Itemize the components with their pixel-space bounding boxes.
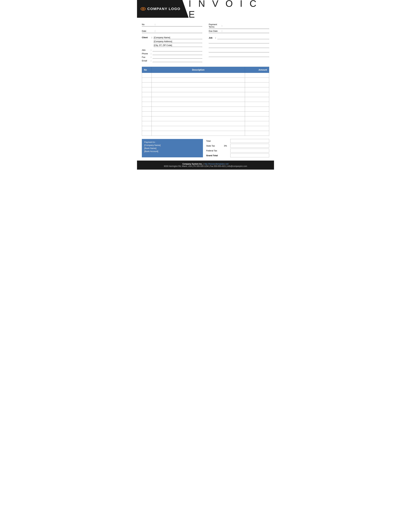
- row-amount[interactable]: [245, 97, 269, 102]
- state-tax-label: State Tax: [206, 145, 222, 147]
- totals-block: Total State Tax 3% Federal Tax Grand Tot…: [206, 139, 269, 157]
- logo-text: COMPANY LOGO: [140, 6, 180, 12]
- row-no[interactable]: [142, 87, 152, 92]
- row-amount[interactable]: [245, 78, 269, 83]
- table-header-row: No Description Amount: [142, 67, 269, 73]
- fax-label: Fax: [142, 56, 151, 58]
- payment-company-name[interactable]: [Company Name]: [144, 144, 200, 146]
- info-row-2: Date : Due Date :: [142, 29, 269, 33]
- col-amount-header: Amount: [245, 67, 269, 73]
- row-description[interactable]: [152, 121, 245, 126]
- row-amount[interactable]: [245, 87, 269, 92]
- job-extra-lines: [209, 40, 269, 57]
- row-description[interactable]: [152, 73, 245, 78]
- info-no-col: No :: [142, 23, 202, 29]
- row-amount[interactable]: [245, 73, 269, 78]
- row-description[interactable]: [152, 78, 245, 83]
- client-city-zip[interactable]: [City, ST, ZIP Code]: [154, 44, 202, 47]
- row-description[interactable]: [152, 97, 245, 102]
- footer-website[interactable]: http://freewordtemplates.net/: [204, 163, 229, 165]
- payment-bank-account[interactable]: [Bank Account]: [144, 150, 200, 152]
- logo-label: COMPANY LOGO: [147, 7, 180, 11]
- due-date-row: Due Date :: [209, 29, 269, 33]
- row-description[interactable]: [152, 112, 245, 116]
- row-description[interactable]: [152, 116, 245, 121]
- row-no[interactable]: [142, 73, 152, 78]
- grand-total-value[interactable]: [230, 153, 269, 157]
- job-extra-line-3[interactable]: [209, 49, 269, 52]
- row-no[interactable]: [142, 112, 152, 116]
- table-section: No Description Amount: [137, 67, 274, 136]
- row-no[interactable]: [142, 92, 152, 97]
- attn-colon: :: [151, 49, 151, 51]
- job-value-1[interactable]: [217, 36, 269, 39]
- row-amount[interactable]: [245, 107, 269, 112]
- job-label-row: Job :: [209, 36, 269, 39]
- row-description[interactable]: [152, 126, 245, 131]
- row-description[interactable]: [152, 83, 245, 87]
- table-row: [142, 121, 269, 126]
- row-amount[interactable]: [245, 83, 269, 87]
- date-colon: :: [155, 30, 155, 32]
- row-amount[interactable]: [245, 92, 269, 97]
- row-no[interactable]: [142, 131, 152, 136]
- table-row: [142, 112, 269, 116]
- row-amount[interactable]: [245, 131, 269, 136]
- job-extra-line-4[interactable]: [209, 53, 269, 57]
- grand-total-row: Grand Total: [206, 153, 269, 157]
- row-no[interactable]: [142, 78, 152, 83]
- federal-tax-row: Federal Tax: [206, 149, 269, 152]
- row-no[interactable]: [142, 121, 152, 126]
- row-description[interactable]: [152, 92, 245, 97]
- state-tax-value[interactable]: [230, 144, 269, 148]
- client-label-row: Client : [Company Name] [Company Address…: [142, 36, 202, 48]
- row-no[interactable]: [142, 107, 152, 112]
- email-colon: :: [151, 59, 151, 62]
- row-amount[interactable]: [245, 116, 269, 121]
- phone-row: Phone :: [142, 52, 202, 55]
- phone-value[interactable]: [153, 52, 202, 55]
- email-value[interactable]: [153, 59, 202, 62]
- row-amount[interactable]: [245, 102, 269, 107]
- payment-terms-row: Payment Terms :: [209, 23, 269, 29]
- logo-block: COMPANY LOGO: [137, 0, 188, 18]
- state-tax-row: State Tax 3%: [206, 144, 269, 148]
- table-row: [142, 92, 269, 97]
- job-colon: :: [215, 37, 216, 39]
- fax-row: Fax :: [142, 56, 202, 58]
- row-description[interactable]: [152, 102, 245, 107]
- row-description[interactable]: [152, 87, 245, 92]
- row-description[interactable]: [152, 107, 245, 112]
- client-company-address[interactable]: [Company Address]: [154, 40, 202, 43]
- row-amount[interactable]: [245, 121, 269, 126]
- table-row: [142, 83, 269, 87]
- table-row: [142, 78, 269, 83]
- table-body: [142, 73, 269, 136]
- row-no[interactable]: [142, 83, 152, 87]
- info-date-col: Date :: [142, 29, 202, 33]
- bottom-footer: Company System Inc. | http://freewordtem…: [137, 161, 274, 170]
- row-no[interactable]: [142, 97, 152, 102]
- invoice-title-block: I N V O I C E: [188, 0, 274, 18]
- row-amount[interactable]: [245, 112, 269, 116]
- row-no[interactable]: [142, 116, 152, 121]
- federal-tax-value[interactable]: [230, 149, 269, 152]
- job-extra-line-2[interactable]: [209, 44, 269, 48]
- fax-value[interactable]: [153, 56, 202, 58]
- info-payment-terms-col: Payment Terms :: [209, 23, 269, 29]
- table-row: [142, 87, 269, 92]
- no-colon: :: [155, 23, 155, 26]
- attn-value[interactable]: [153, 48, 202, 51]
- row-description[interactable]: [152, 131, 245, 136]
- payment-bank-name[interactable]: [Bank Name]: [144, 147, 200, 150]
- email-label: Email: [142, 59, 151, 62]
- row-no[interactable]: [142, 102, 152, 107]
- info-row-1: No : Payment Terms :: [142, 23, 269, 29]
- row-no[interactable]: [142, 126, 152, 131]
- job-extra-line-1[interactable]: [209, 40, 269, 43]
- row-amount[interactable]: [245, 126, 269, 131]
- client-company-name[interactable]: [Company Name]: [154, 36, 202, 39]
- total-value[interactable]: [230, 139, 269, 143]
- email-row: Email :: [142, 59, 202, 62]
- invoice-title: I N V O I C E: [188, 0, 271, 20]
